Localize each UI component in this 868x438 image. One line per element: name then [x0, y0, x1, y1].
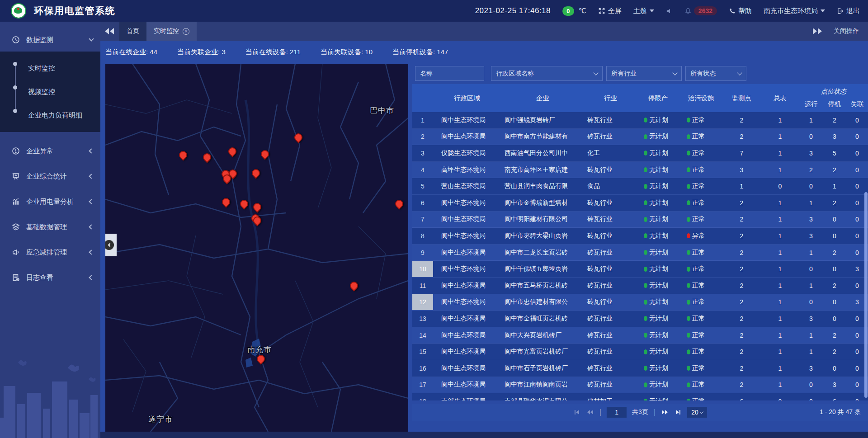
sidebar-item-data-monitoring[interactable]: 数据监测 [0, 28, 100, 52]
close-icon[interactable]: × [183, 28, 189, 35]
industry-select[interactable]: 所有行业 [606, 66, 682, 81]
cell-limit-status: 无计划 [637, 166, 679, 174]
notifications[interactable]: 2632 [684, 6, 717, 15]
status-dot [687, 167, 690, 172]
table-row[interactable]: 5 营山生态环境局 营山县润丰肉食品有限 食品 无计划 正常 1 0 0 1 0 [412, 178, 868, 195]
table-row[interactable]: 9 阆中生态环境局 阆中市二龙长宝页岩砖 砖瓦行业 无计划 正常 2 1 1 2… [412, 245, 868, 261]
cell-run-count: 1 [799, 282, 823, 289]
map-pin[interactable] [348, 280, 359, 291]
map-pin[interactable] [393, 198, 405, 209]
cell-limit-status: 无计划 [637, 199, 679, 207]
chevron-down-icon [821, 9, 825, 12]
sidebar-item-enterprise-statistics[interactable]: 企业综合统计 [0, 164, 100, 189]
cell-total-meters: 1 [761, 133, 799, 140]
map-panel[interactable]: 巴中市南充市遂宁市 [105, 64, 408, 432]
tabs-scroll-left-button[interactable] [100, 22, 119, 41]
cell-region: 仪陇生态环境局 [433, 149, 501, 157]
sidebar-item-video-monitoring[interactable]: 视频监控 [0, 80, 100, 104]
help-button[interactable]: 帮助 [729, 7, 752, 15]
sidebar-item-base-data-management[interactable]: 基础数据管理 [0, 214, 100, 240]
first-page-button[interactable] [573, 409, 580, 416]
table-row[interactable]: 1 阆中生态环境局 阆中强锐页岩砖厂 砖瓦行业 无计划 正常 2 1 1 2 0 [412, 112, 868, 129]
close-operations-button[interactable]: 关闭操作 [834, 27, 859, 35]
map-pin[interactable] [238, 198, 250, 209]
map-pin[interactable] [255, 353, 266, 364]
double-right-arrow-icon[interactable] [812, 28, 822, 34]
name-search-input[interactable]: 名称 [415, 66, 484, 81]
cell-region: 阆中生态环境局 [433, 315, 501, 323]
sidebar-item-power-load-detail[interactable]: 企业电力负荷明细 [0, 104, 100, 127]
sound-toggle[interactable] [666, 8, 673, 14]
cell-stop-count: 0 [823, 216, 846, 223]
cell-company: 阆中市二龙长宝页岩砖 [501, 249, 585, 257]
last-page-button[interactable] [675, 409, 682, 416]
map-pin[interactable] [220, 196, 231, 207]
cell-total-meters: 1 [761, 298, 799, 306]
region-select[interactable]: 行政区域名称 [491, 66, 603, 81]
map-pin[interactable] [259, 148, 270, 160]
prev-page-button[interactable] [586, 409, 594, 416]
cell-run-count: 1 [799, 332, 823, 339]
table-row[interactable]: 10 阆中生态环境局 阆中千佛镇五郎垭页岩 砖瓦行业 无计划 正常 2 1 0 … [412, 261, 868, 278]
logout-button[interactable]: 退出 [837, 7, 860, 15]
cell-facility-status: 正常 [679, 199, 722, 207]
map-pin[interactable] [226, 146, 238, 157]
presentation-icon [12, 172, 20, 180]
table-row[interactable]: 3 仪陇生态环境局 西南油气田分公司川中 化工 无计划 正常 7 1 3 5 0 [412, 145, 868, 162]
chevron-down-icon [700, 410, 703, 413]
table-row[interactable]: 16 阆中生态环境局 阆中市石子页岩机砖厂 砖瓦行业 无计划 正常 2 1 3 … [412, 360, 868, 377]
table-row[interactable]: 4 高坪生态环境局 南充市高坪区王家店建 砖瓦行业 无计划 正常 3 1 2 2… [412, 162, 868, 179]
top-header: 环保用电监管系统 2021-02-25 17:46:18 0 ℃ 全屏 主题 2… [0, 0, 868, 22]
megaphone-icon [12, 248, 20, 256]
cell-region: 阆中生态环境局 [433, 381, 501, 389]
table-row[interactable]: 14 阆中生态环境局 阆中大兴页岩机砖厂 砖瓦行业 无计划 正常 2 1 1 2… [412, 327, 868, 344]
table-row[interactable]: 15 阆中生态环境局 阆中市光富页岩机砖厂 砖瓦行业 无计划 正常 2 1 1 … [412, 344, 868, 360]
page-size-select[interactable]: 20 [687, 407, 707, 418]
cell-monitor-points: 2 [722, 117, 761, 124]
table-scrollbar[interactable] [864, 192, 868, 398]
tab-realtime-monitoring[interactable]: 实时监控 × [146, 22, 197, 41]
map-pin[interactable] [177, 149, 189, 160]
table-row[interactable]: 2 阆中生态环境局 阆中市南方节能建材有 砖瓦行业 无计划 正常 2 1 0 3… [412, 129, 868, 146]
cell-facility-status: 正常 [679, 331, 722, 339]
cell-region: 阆中生态环境局 [433, 364, 501, 372]
fullscreen-button[interactable]: 全屏 [598, 7, 622, 15]
sidebar-item-enterprise-abnormal[interactable]: 企业异常 [0, 138, 100, 164]
table-row[interactable]: 13 阆中生态环境局 阆中市金福旺页岩机砖 砖瓦行业 无计划 正常 2 1 3 … [412, 311, 868, 327]
sidebar-item-log-view[interactable]: 日志查看 [0, 265, 100, 290]
status-select[interactable]: 所有状态 [685, 66, 746, 81]
map-pin[interactable] [201, 151, 212, 163]
bell-icon [684, 7, 692, 14]
cell-industry: 建材加工 [585, 397, 637, 400]
map-pin[interactable] [250, 167, 261, 179]
cell-industry: 砖瓦行业 [585, 265, 637, 273]
table-row[interactable]: 8 阆中生态环境局 阆中市枣碧大梁山页岩 砖瓦行业 无计划 异常 2 1 3 0… [412, 228, 868, 245]
next-page-button[interactable] [661, 409, 669, 416]
map-pin[interactable] [251, 201, 263, 212]
cell-run-count: 3 [799, 216, 823, 223]
user-org-dropdown[interactable]: 南充市生态环境局 [764, 7, 825, 15]
cell-company: 南充市高坪区王家店建 [501, 166, 585, 174]
cell-run-count: 0 [799, 183, 823, 190]
table-row[interactable]: 6 阆中生态环境局 阆中市金博瑞新型墙材 砖瓦行业 无计划 正常 2 1 1 2… [412, 195, 868, 212]
map-collapse-button[interactable] [105, 234, 117, 256]
tab-home[interactable]: 首页 [119, 22, 146, 41]
theme-dropdown[interactable]: 主题 [633, 7, 654, 15]
table-row[interactable]: 11 阆中生态环境局 阆中市五马桥页岩机砖 砖瓦行业 无计划 正常 2 1 1 … [412, 278, 868, 294]
cell-run-count: 3 [799, 150, 823, 157]
table-row[interactable]: 18 南部生态环境局 南部县瑞华水泥有限公 建材加工 无计划 正常 6 0 0 … [412, 393, 868, 400]
cell-stop-count: 2 [823, 166, 846, 174]
sidebar-item-realtime-monitoring[interactable]: 实时监控 [0, 57, 100, 80]
table-row[interactable]: 12 阆中生态环境局 阆中市忠信建材有限公 砖瓦行业 无计划 正常 2 1 0 … [412, 294, 868, 311]
table-row[interactable]: 7 阆中生态环境局 阆中明阳建材有限公司 砖瓦行业 无计划 正常 2 1 3 0… [412, 212, 868, 228]
sidebar-item-power-usage-analysis[interactable]: 企业用电量分析 [0, 189, 100, 214]
page-number-input[interactable]: 1 [607, 407, 627, 418]
table-row[interactable]: 17 阆中生态环境局 阆中市江南镇阆南页岩 砖瓦行业 无计划 正常 2 1 0 … [412, 377, 868, 394]
sidebar-item-emergency-reduction[interactable]: 应急减排管理 [0, 240, 100, 265]
cell-facility-status: 正常 [679, 348, 722, 356]
pagination-bar: | 1 共3页 | 20 1 - 20 共 47 条 [412, 404, 868, 421]
cell-total-meters: 1 [761, 348, 799, 355]
row-number: 3 [412, 145, 433, 161]
map-pin[interactable] [292, 132, 304, 143]
status-dot [644, 382, 647, 387]
